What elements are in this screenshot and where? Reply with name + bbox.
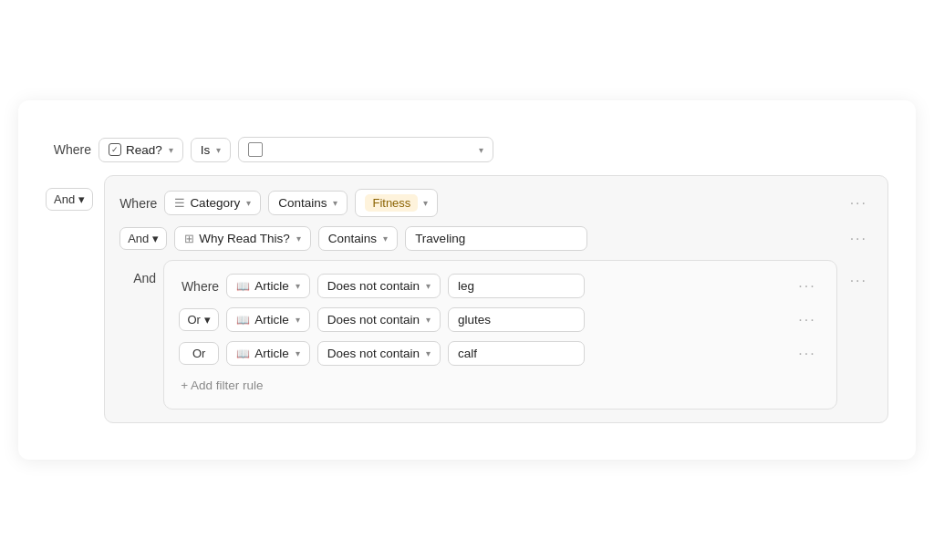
field-label-l3-1: Article <box>254 313 289 327</box>
top-operator-label: Is <box>201 143 211 157</box>
operator-label-l3-2: Does not contain <box>327 347 420 360</box>
chevron-down-icon: ▾ <box>296 348 300 358</box>
and-label: And <box>54 192 75 206</box>
value-text-l3-0: leg <box>458 279 474 293</box>
level2-row-0: Where ☰ Category ▾ Contains ▾ Fitness ▾ <box>119 189 873 217</box>
field-label-l3-0: Article <box>254 279 289 293</box>
add-filter-button[interactable]: + Add filter rule <box>179 375 822 396</box>
chevron-down-icon: ▾ <box>426 348 431 358</box>
chevron-down-icon: ▾ <box>296 281 300 291</box>
operator-label-l3-1: Does not contain <box>327 313 420 327</box>
or-label-l3-1: Or <box>187 313 200 327</box>
where-label-l3-0: Where <box>179 279 219 294</box>
top-value-dropdown[interactable]: ▾ <box>238 137 493 162</box>
field-dropdown-l3-1[interactable]: 📖 Article ▾ <box>226 307 310 332</box>
list-icon: ☰ <box>174 196 185 210</box>
row-content: Or 📖 Article ▾ Does not contain ▾ <box>179 341 785 366</box>
more-options-button-l3-2[interactable]: ··· <box>793 342 821 366</box>
field-label-0: Category <box>190 196 240 210</box>
and-label-1: And <box>128 232 149 245</box>
value-field-l3-2: calf <box>448 341 585 366</box>
chevron-down-icon: ▾ <box>296 315 300 325</box>
tag-icon: ⊞ <box>184 232 194 245</box>
chevron-down-icon: ▾ <box>479 145 483 155</box>
level3-row-0: Where 📖 Article ▾ Does not contain ▾ <box>179 274 822 298</box>
chevron-down-icon: ▾ <box>426 281 431 291</box>
operator-dropdown-l3-0[interactable]: Does not contain ▾ <box>317 274 441 298</box>
or-connector-l3-2[interactable]: Or <box>179 342 219 365</box>
checkbox-icon: ✓ <box>109 143 121 156</box>
chevron-down-icon: ▾ <box>383 233 388 244</box>
field-dropdown-0[interactable]: ☰ Category ▾ <box>164 191 261 215</box>
chevron-down-icon: ▾ <box>152 232 159 245</box>
level3-row-2: Or 📖 Article ▾ Does not contain ▾ <box>179 341 822 366</box>
row-content: Where 📖 Article ▾ Does not contain ▾ <box>179 274 785 298</box>
square-icon <box>248 142 263 157</box>
value-text-l3-1: glutes <box>458 313 491 327</box>
and-group-row: And ▾ Where ☰ Category ▾ Contains ▾ <box>46 175 888 423</box>
chevron-down-icon: ▾ <box>296 233 301 244</box>
value-field-1: Traveling <box>405 226 587 251</box>
book-icon: 📖 <box>236 347 250 360</box>
value-text-1: Traveling <box>415 232 465 245</box>
or-label-l3-2: Or <box>192 347 205 360</box>
add-filter-label: + Add filter rule <box>181 379 263 392</box>
field-label-1: Why Read This? <box>199 232 290 245</box>
top-operator-dropdown[interactable]: Is ▾ <box>191 138 232 162</box>
value-field-l3-0: leg <box>448 274 585 298</box>
more-options-button-1[interactable]: ··· <box>845 227 873 251</box>
level3-group: Where 📖 Article ▾ Does not contain ▾ <box>163 260 837 410</box>
more-options-button-l3-1[interactable]: ··· <box>793 308 821 332</box>
book-icon: 📖 <box>236 280 250 293</box>
value-field-l3-1: glutes <box>448 307 585 332</box>
operator-dropdown-0[interactable]: Contains ▾ <box>268 191 348 215</box>
top-field-label: Read? <box>126 143 162 157</box>
operator-label-1: Contains <box>328 232 377 245</box>
field-dropdown-1[interactable]: ⊞ Why Read This? ▾ <box>174 226 311 251</box>
operator-dropdown-l3-2[interactable]: Does not contain ▾ <box>317 341 441 366</box>
top-field-dropdown[interactable]: ✓ Read? ▾ <box>99 138 183 162</box>
operator-label-0: Contains <box>278 196 327 210</box>
where-label-0: Where <box>119 196 157 211</box>
chevron-down-icon: ▾ <box>246 198 251 208</box>
top-where-label: Where <box>46 142 91 157</box>
chevron-down-icon: ▾ <box>169 145 173 155</box>
and-label-nested: And <box>119 260 156 285</box>
top-filter-row: Where ✓ Read? ▾ Is ▾ ▾ <box>46 137 888 162</box>
row-content: And ▾ ⊞ Why Read This? ▾ Contains ▾ Trav… <box>119 226 837 251</box>
chevron-down-icon: ▾ <box>204 313 211 327</box>
row-content: And Where 📖 Article ▾ <box>119 260 837 410</box>
operator-dropdown-l3-1[interactable]: Does not contain ▾ <box>317 307 441 332</box>
level2-row-1: And ▾ ⊞ Why Read This? ▾ Contains ▾ Trav… <box>119 226 873 251</box>
chevron-down-icon: ▾ <box>78 192 85 206</box>
operator-dropdown-1[interactable]: Contains ▾ <box>318 226 398 251</box>
and-connector-1[interactable]: And ▾ <box>119 227 167 250</box>
more-options-button-l3-0[interactable]: ··· <box>793 275 821 298</box>
more-options-button-0[interactable]: ··· <box>845 192 873 215</box>
and-connector[interactable]: And ▾ <box>46 188 93 211</box>
book-icon: 📖 <box>236 314 250 327</box>
field-dropdown-l3-2[interactable]: 📖 Article ▾ <box>226 341 310 366</box>
filter-builder: Where ✓ Read? ▾ Is ▾ ▾ And ▾ Where <box>18 100 916 460</box>
row-content: Where ☰ Category ▾ Contains ▾ Fitness ▾ <box>119 189 837 217</box>
value-dropdown-0[interactable]: Fitness ▾ <box>355 189 438 217</box>
field-label-l3-2: Article <box>254 347 289 360</box>
value-text-l3-2: calf <box>458 347 477 360</box>
more-options-button-2[interactable]: ··· <box>845 269 873 293</box>
row-content: Or ▾ 📖 Article ▾ Does not contain <box>179 307 785 332</box>
chevron-down-icon: ▾ <box>426 315 431 325</box>
fitness-badge: Fitness <box>365 194 418 212</box>
field-dropdown-l3-0[interactable]: 📖 Article ▾ <box>226 274 310 298</box>
level2-group: Where ☰ Category ▾ Contains ▾ Fitness ▾ <box>104 175 888 423</box>
chevron-down-icon: ▾ <box>333 198 337 208</box>
level3-row-1: Or ▾ 📖 Article ▾ Does not contain <box>179 307 822 332</box>
chevron-down-icon: ▾ <box>216 145 221 155</box>
operator-label-l3-0: Does not contain <box>327 279 420 293</box>
or-connector-l3-1[interactable]: Or ▾ <box>179 308 219 331</box>
chevron-down-icon: ▾ <box>423 198 428 208</box>
level2-row-2: And Where 📖 Article ▾ <box>119 260 873 410</box>
